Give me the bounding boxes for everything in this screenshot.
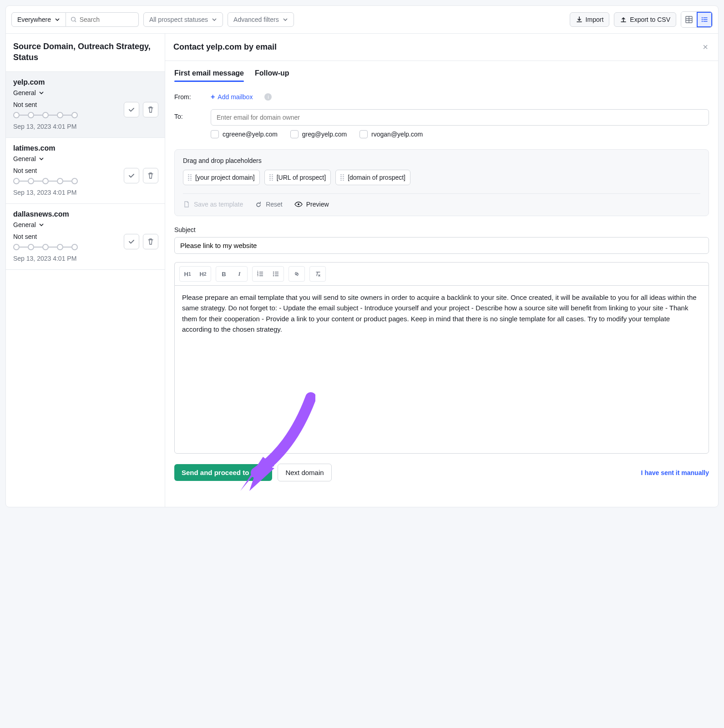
email-checkbox[interactable]: rvogan@yelp.com [359, 130, 423, 138]
placeholder-chip[interactable]: [domain of prospect] [335, 170, 410, 185]
check-icon [128, 238, 135, 245]
content-pane: Contact yelp.com by email × First email … [165, 34, 718, 507]
bullet-list-icon [272, 270, 279, 278]
status-filter-label: All prospect statuses [149, 16, 208, 23]
trash-icon [147, 238, 154, 245]
prospect-strategy-dropdown[interactable]: General [13, 221, 157, 228]
import-button[interactable]: Import [570, 12, 610, 27]
prospect-item[interactable]: yelp.com General Not sent Sep 13, 2023 4… [6, 72, 165, 138]
bullet-list-button[interactable] [269, 268, 283, 280]
reset-button[interactable]: Reset [255, 201, 283, 208]
view-toggle [681, 11, 713, 28]
subject-label: Subject [174, 226, 709, 233]
preview-button[interactable]: Preview [294, 200, 329, 208]
chevron-down-icon [39, 90, 44, 96]
search-input[interactable] [80, 16, 134, 23]
prospect-domain: dallasnews.com [13, 210, 157, 218]
to-input[interactable] [211, 109, 709, 126]
tab-first-email[interactable]: First email message [174, 69, 244, 82]
content-header: Contact yelp.com by email × [165, 34, 718, 61]
email-checkbox[interactable]: greg@yelp.com [290, 130, 347, 138]
link-button[interactable] [290, 268, 304, 280]
clear-format-icon [314, 270, 321, 278]
delete-button[interactable] [143, 168, 158, 183]
from-label: From: [174, 93, 202, 101]
drag-handle-icon [188, 174, 192, 181]
drag-handle-icon [269, 174, 273, 181]
tab-followup[interactable]: Follow-up [255, 69, 289, 82]
sidebar-header: Source Domain, Outreach Strategy, Status [6, 34, 165, 72]
top-toolbar: Everywhere All prospect statuses Advance… [6, 6, 718, 34]
svg-point-3 [702, 19, 703, 20]
chevron-down-icon [212, 17, 217, 22]
close-button[interactable]: × [701, 40, 710, 54]
prospect-domain: latimes.com [13, 144, 157, 152]
view-table-button[interactable] [681, 12, 697, 27]
heading1-button[interactable]: H1 [181, 268, 194, 280]
eye-icon [294, 200, 303, 208]
search-group: Everywhere [11, 12, 139, 27]
bold-button[interactable]: B [217, 268, 231, 280]
link-icon [293, 270, 300, 278]
email-checkbox[interactable]: cgreene@yelp.com [211, 130, 278, 138]
email-suggestions: cgreene@yelp.com greg@yelp.com rvogan@ye… [211, 130, 709, 138]
trash-icon [147, 172, 154, 179]
sent-manually-link[interactable]: I have sent it manually [641, 469, 709, 476]
search-icon [71, 16, 77, 23]
ordered-list-button[interactable]: 123 [253, 268, 267, 280]
list-icon [700, 15, 709, 24]
chevron-down-icon [55, 17, 60, 22]
svg-text:3: 3 [257, 274, 258, 277]
scope-dropdown[interactable]: Everywhere [11, 12, 66, 27]
export-button[interactable]: Export to CSV [614, 12, 676, 27]
send-proceed-button[interactable]: Send and proceed to next [174, 464, 272, 481]
scope-label: Everywhere [17, 16, 51, 23]
status-filter-dropdown[interactable]: All prospect statuses [143, 12, 223, 27]
check-icon [128, 172, 135, 179]
next-domain-button[interactable]: Next domain [278, 464, 331, 481]
check-icon [128, 106, 135, 113]
chevron-down-icon [283, 17, 288, 22]
view-list-button[interactable] [697, 12, 712, 27]
content-title: Contact yelp.com by email [173, 42, 701, 52]
svg-point-9 [273, 272, 274, 273]
heading2-button[interactable]: H2 [196, 268, 210, 280]
prospect-item[interactable]: dallasnews.com General Not sent Sep 13, … [6, 204, 165, 270]
add-mailbox-link[interactable]: + Add mailbox [211, 93, 253, 101]
italic-button[interactable]: I [233, 268, 246, 280]
svg-point-11 [273, 275, 274, 276]
mark-done-button[interactable] [124, 168, 139, 183]
save-template-button[interactable]: Save as template [183, 201, 243, 208]
prospect-date: Sep 13, 2023 4:01 PM [13, 123, 157, 130]
info-icon[interactable]: i [264, 93, 272, 101]
drag-handle-icon [340, 174, 344, 181]
placeholder-chip[interactable]: [URL of prospect] [264, 170, 331, 185]
plus-icon: + [211, 93, 215, 101]
sidebar: Source Domain, Outreach Strategy, Status… [6, 34, 165, 507]
prospect-strategy-dropdown[interactable]: General [13, 155, 157, 162]
numbered-list-icon: 123 [257, 270, 264, 278]
clear-format-button[interactable] [311, 268, 324, 280]
mark-done-button[interactable] [124, 234, 139, 249]
mark-done-button[interactable] [124, 102, 139, 117]
main-layout: Source Domain, Outreach Strategy, Status… [6, 34, 718, 507]
svg-point-10 [273, 273, 274, 274]
prospect-date: Sep 13, 2023 4:01 PM [13, 255, 157, 262]
svg-point-4 [702, 21, 703, 22]
upload-icon [620, 16, 627, 23]
placeholders-title: Drag and drop placeholders [183, 157, 700, 164]
placeholder-chip[interactable]: [your project domain] [183, 170, 260, 185]
delete-button[interactable] [143, 102, 158, 117]
reset-icon [255, 201, 262, 208]
search-input-wrap[interactable] [66, 12, 139, 27]
import-label: Import [586, 16, 604, 23]
subject-input[interactable] [174, 237, 709, 254]
email-tabs: First email message Follow-up [174, 69, 709, 82]
prospect-strategy-dropdown[interactable]: General [13, 89, 157, 96]
advanced-filters-dropdown[interactable]: Advanced filters [228, 12, 294, 27]
svg-point-5 [298, 203, 299, 205]
file-icon [183, 201, 190, 208]
editor-body[interactable]: Please prepare an email template that yo… [174, 285, 709, 454]
delete-button[interactable] [143, 234, 158, 249]
prospect-item[interactable]: latimes.com General Not sent Sep 13, 202… [6, 138, 165, 204]
